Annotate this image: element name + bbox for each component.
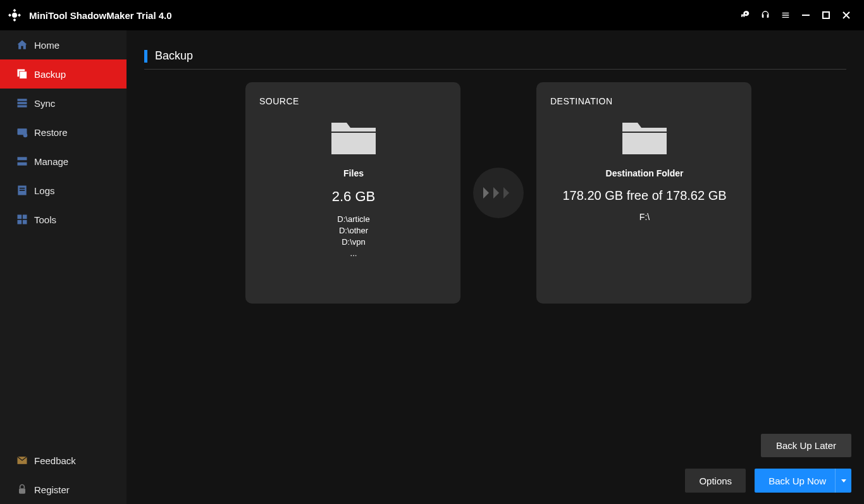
source-type: Files	[259, 168, 448, 178]
source-size: 2.6 GB	[259, 188, 448, 205]
sidebar-item-sync[interactable]: Sync	[0, 89, 127, 118]
close-icon[interactable]	[836, 5, 856, 25]
svg-rect-11	[18, 215, 22, 219]
feedback-icon	[15, 453, 29, 467]
sidebar-item-tools[interactable]: Tools	[0, 205, 127, 234]
svg-rect-17	[331, 133, 376, 154]
arrow-circle-icon	[473, 168, 524, 218]
destination-space: 178.20 GB free of 178.62 GB	[550, 188, 739, 203]
svg-rect-13	[18, 220, 22, 224]
sidebar-item-label: Tools	[34, 214, 56, 225]
svg-rect-0	[802, 15, 810, 16]
logs-icon	[15, 183, 29, 197]
tools-icon	[15, 212, 29, 226]
source-path: D:\article	[259, 214, 448, 225]
source-path: D:\vpn	[259, 237, 448, 248]
app-title: MiniTool ShadowMaker Trial 4.0	[29, 10, 172, 21]
source-paths: D:\article D:\other D:\vpn ...	[259, 214, 448, 259]
button-label: Options	[699, 476, 732, 486]
sidebar-item-register[interactable]: Register	[0, 475, 127, 504]
backup-icon	[15, 67, 29, 81]
titlebar: MiniTool ShadowMaker Trial 4.0	[0, 0, 864, 30]
button-label: Back Up Now	[768, 476, 826, 486]
sidebar-item-label: Manage	[34, 156, 68, 167]
svg-rect-9	[20, 188, 25, 189]
options-button[interactable]: Options	[685, 469, 746, 493]
sidebar-item-label: Backup	[34, 69, 66, 80]
minimize-icon[interactable]	[796, 5, 816, 25]
footer-actions: Options Back Up Later Back Up Now	[685, 469, 851, 493]
manage-icon	[15, 154, 29, 168]
dropdown-toggle[interactable]	[835, 469, 851, 493]
main-content: Backup SOURCE Files 2.6 GB D:\article D:…	[127, 30, 864, 504]
home-icon	[15, 38, 29, 52]
register-icon	[15, 482, 29, 496]
page-header: Backup	[144, 49, 846, 70]
restore-icon	[15, 125, 29, 139]
svg-rect-6	[18, 157, 27, 160]
svg-rect-16	[19, 488, 25, 493]
destination-card-title: DESTINATION	[550, 96, 739, 106]
source-path: D:\other	[259, 225, 448, 237]
destination-label: Destination Folder	[550, 168, 739, 178]
sidebar-item-restore[interactable]: Restore	[0, 118, 127, 147]
svg-rect-10	[20, 190, 25, 191]
app-logo-icon	[6, 7, 23, 23]
source-card[interactable]: SOURCE Files 2.6 GB D:\article D:\other …	[245, 82, 460, 304]
headset-icon[interactable]	[755, 5, 775, 25]
accent-bar	[144, 50, 147, 63]
menu-icon[interactable]	[775, 5, 796, 25]
popup-label: Back Up Later	[776, 440, 836, 451]
sidebar-item-label: Sync	[34, 98, 55, 109]
caret-down-icon	[841, 478, 846, 483]
sidebar-item-home[interactable]: Home	[0, 30, 127, 59]
sidebar-item-label: Logs	[34, 185, 55, 196]
svg-point-5	[23, 133, 28, 138]
source-card-title: SOURCE	[259, 96, 448, 106]
destination-path: F:\	[550, 212, 739, 222]
sync-icon	[15, 96, 29, 110]
sidebar-item-label: Home	[34, 40, 59, 51]
sidebar-item-label: Restore	[34, 127, 68, 138]
sidebar-item-backup[interactable]: Backup	[0, 59, 127, 89]
folder-icon	[620, 118, 669, 156]
source-path: ...	[259, 248, 448, 259]
folder-icon	[329, 118, 378, 156]
sidebar-item-feedback[interactable]: Feedback	[0, 446, 127, 475]
sidebar-item-manage[interactable]: Manage	[0, 147, 127, 176]
svg-rect-12	[23, 215, 27, 219]
destination-card[interactable]: DESTINATION Destination Folder 178.20 GB…	[536, 82, 751, 304]
svg-rect-18	[622, 133, 667, 154]
backup-later-popup-item[interactable]: Back Up Later	[761, 434, 851, 457]
arrow-divider	[460, 82, 536, 304]
sidebar-item-label: Feedback	[34, 455, 76, 466]
maximize-icon[interactable]	[816, 5, 836, 25]
svg-rect-3	[20, 71, 27, 79]
svg-rect-14	[23, 220, 27, 224]
sidebar-item-label: Register	[34, 484, 70, 495]
page-title: Backup	[155, 49, 193, 63]
key-icon[interactable]	[735, 5, 755, 25]
svg-rect-7	[18, 163, 27, 166]
svg-rect-1	[823, 12, 829, 18]
sidebar: Home Backup Sync Restore Manage	[0, 30, 127, 504]
sidebar-item-logs[interactable]: Logs	[0, 176, 127, 205]
backup-now-button[interactable]: Back Up Now	[755, 469, 851, 493]
